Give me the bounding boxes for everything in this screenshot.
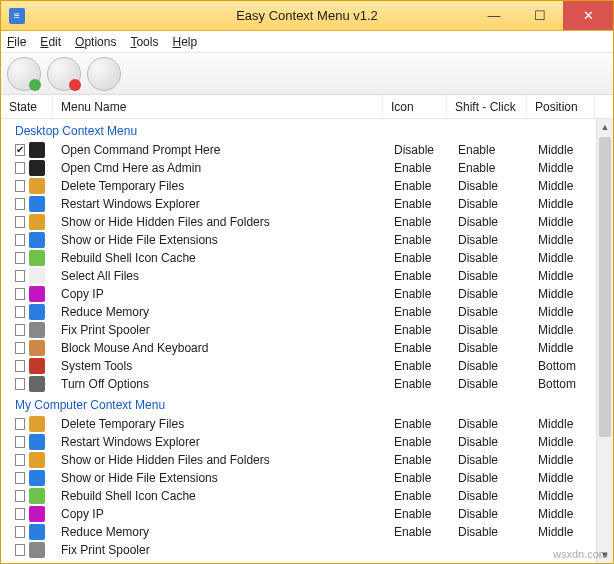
menu-edit[interactable]: Edit (40, 35, 61, 49)
row-state (1, 376, 53, 392)
toolbar (1, 53, 613, 95)
list-row[interactable]: Rebuild Shell Icon CacheEnableDisableMid… (1, 249, 596, 267)
vertical-scrollbar[interactable]: ▲ ▼ (596, 119, 613, 563)
row-shift-click: Disable (450, 305, 530, 319)
row-checkbox[interactable] (15, 306, 25, 318)
ext-icon (29, 470, 45, 486)
row-menu-name: Restart Windows Explorer (53, 197, 386, 211)
col-header-state[interactable]: State (1, 95, 53, 118)
list-row[interactable]: Show or Hide Hidden Files and FoldersEna… (1, 213, 596, 231)
row-checkbox[interactable] (15, 544, 25, 556)
row-menu-name: Open Command Prompt Here (53, 143, 386, 157)
row-checkbox[interactable] (15, 216, 25, 228)
list-row[interactable]: Show or Hide File ExtensionsEnableDisabl… (1, 469, 596, 487)
group-header[interactable]: Desktop Context Menu (1, 119, 596, 141)
scroll-down-arrow[interactable]: ▼ (597, 547, 613, 563)
row-checkbox[interactable] (15, 252, 25, 264)
memory-icon (29, 524, 45, 540)
list-row[interactable]: Delete Temporary FilesEnableDisableMiddl… (1, 177, 596, 195)
menu-tools[interactable]: Tools (130, 35, 158, 49)
tool-remove[interactable] (47, 57, 81, 91)
list-row[interactable]: Fix Print Spooler (1, 541, 596, 559)
row-state (1, 524, 53, 540)
col-header-menuname[interactable]: Menu Name (53, 95, 383, 118)
list-row[interactable]: Show or Hide Hidden Files and FoldersEna… (1, 451, 596, 469)
tool-settings[interactable] (87, 57, 121, 91)
list-row[interactable]: Select All FilesEnableDisableMiddle (1, 267, 596, 285)
row-checkbox[interactable] (15, 360, 25, 372)
row-icon-col: Enable (386, 507, 450, 521)
row-icon-col: Enable (386, 359, 450, 373)
printer-icon (29, 542, 45, 558)
row-checkbox[interactable] (15, 526, 25, 538)
ip-icon (29, 286, 45, 302)
list-row[interactable]: Fix Print SpoolerEnableDisableMiddle (1, 321, 596, 339)
row-checkbox[interactable] (15, 270, 25, 282)
ip-icon (29, 506, 45, 522)
list-row[interactable]: Block Mouse And KeyboardEnableDisableMid… (1, 339, 596, 357)
row-checkbox[interactable] (15, 490, 25, 502)
row-checkbox[interactable] (15, 378, 25, 390)
row-icon-col: Enable (386, 377, 450, 391)
row-position: Middle (530, 287, 596, 301)
folder-icon (29, 214, 45, 230)
list-row[interactable]: Rebuild Shell Icon CacheEnableDisableMid… (1, 487, 596, 505)
list-row[interactable]: System ToolsEnableDisableBottom (1, 357, 596, 375)
row-checkbox[interactable] (15, 162, 25, 174)
row-state (1, 250, 53, 266)
list-row[interactable]: Copy IPEnableDisableMiddle (1, 285, 596, 303)
list-row[interactable]: Reduce MemoryEnableDisableMiddle (1, 303, 596, 321)
list-row[interactable]: Copy IPEnableDisableMiddle (1, 505, 596, 523)
row-checkbox[interactable]: ✔ (15, 144, 25, 156)
row-checkbox[interactable] (15, 180, 25, 192)
row-state (1, 434, 53, 450)
col-header-shift[interactable]: Shift - Click (447, 95, 527, 118)
list[interactable]: Desktop Context Menu✔Open Command Prompt… (1, 119, 596, 563)
restart-icon (29, 434, 45, 450)
row-state (1, 488, 53, 504)
row-position: Middle (530, 179, 596, 193)
list-row[interactable]: Show or Hide File ExtensionsEnableDisabl… (1, 231, 596, 249)
row-icon-col: Enable (386, 417, 450, 431)
menu-options[interactable]: Options (75, 35, 116, 49)
row-menu-name: Show or Hide Hidden Files and Folders (53, 453, 386, 467)
row-shift-click: Enable (450, 161, 530, 175)
list-row[interactable]: Restart Windows ExplorerEnableDisableMid… (1, 195, 596, 213)
broom-icon (29, 178, 45, 194)
row-checkbox[interactable] (15, 454, 25, 466)
maximize-button[interactable]: ☐ (517, 1, 563, 30)
scroll-thumb[interactable] (599, 137, 611, 437)
menu-help[interactable]: Help (172, 35, 197, 49)
list-row[interactable]: Turn Off OptionsEnableDisableBottom (1, 375, 596, 393)
row-menu-name: Fix Print Spooler (53, 323, 386, 337)
menu-file[interactable]: File (7, 35, 26, 49)
row-icon-col: Enable (386, 287, 450, 301)
titlebar[interactable]: ≡ Easy Context Menu v1.2 — ☐ ✕ (1, 1, 613, 31)
row-checkbox[interactable] (15, 418, 25, 430)
row-position: Middle (530, 143, 596, 157)
close-button[interactable]: ✕ (563, 1, 613, 30)
col-header-position[interactable]: Position (527, 95, 595, 118)
col-header-icon[interactable]: Icon (383, 95, 447, 118)
row-icon-col: Enable (386, 233, 450, 247)
row-checkbox[interactable] (15, 324, 25, 336)
row-checkbox[interactable] (15, 342, 25, 354)
group-header[interactable]: My Computer Context Menu (1, 393, 596, 415)
list-row[interactable]: ✔Open Command Prompt HereDisableEnableMi… (1, 141, 596, 159)
ext-icon (29, 232, 45, 248)
cache-icon (29, 488, 45, 504)
scroll-up-arrow[interactable]: ▲ (597, 119, 613, 135)
row-checkbox[interactable] (15, 472, 25, 484)
minimize-button[interactable]: — (471, 1, 517, 30)
row-checkbox[interactable] (15, 436, 25, 448)
list-row[interactable]: Open Cmd Here as AdminEnableEnableMiddle (1, 159, 596, 177)
list-row[interactable]: Reduce MemoryEnableDisableMiddle (1, 523, 596, 541)
row-checkbox[interactable] (15, 198, 25, 210)
row-checkbox[interactable] (15, 234, 25, 246)
row-checkbox[interactable] (15, 288, 25, 300)
list-row[interactable]: Restart Windows ExplorerEnableDisableMid… (1, 433, 596, 451)
row-checkbox[interactable] (15, 508, 25, 520)
list-row[interactable]: Delete Temporary FilesEnableDisableMiddl… (1, 415, 596, 433)
tool-add[interactable] (7, 57, 41, 91)
row-state (1, 178, 53, 194)
